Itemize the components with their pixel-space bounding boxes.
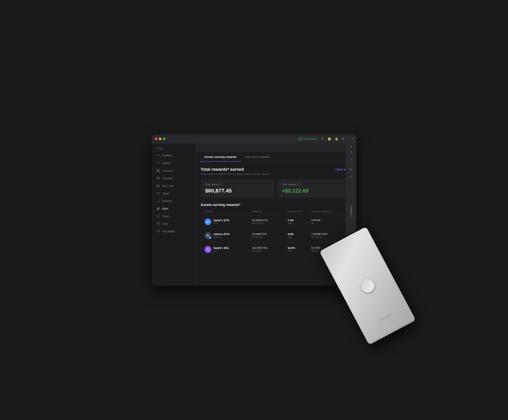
sidebar-label-portfolio: Portfolio	[162, 154, 172, 157]
table-row[interactable]: S ◆ Johns's ETH STETH 5.23456 ETH	[201, 229, 351, 243]
staked-usd: $7,328.39	[252, 236, 288, 239]
market-icon	[156, 161, 160, 165]
table-row[interactable]: ◎ Sarah's SOL SOL 101.6534 SOL $3,049.61	[201, 243, 351, 256]
rewards-pct-col-sarahs-sol: 16.9% APY	[287, 247, 311, 253]
sidebar-label-myledger: My Ledger	[162, 230, 175, 233]
sidebar-item-swap[interactable]: Swap	[152, 212, 195, 220]
sidebar-label-market: Market	[162, 162, 171, 165]
earned-col-sarahs-eth: 0 ATOM $0	[311, 219, 347, 225]
gear-icon[interactable]: ⚙	[342, 137, 345, 141]
menu-label: MENU	[152, 146, 195, 152]
th-rewards-pct: Rewards % i	[287, 210, 311, 213]
total-staked-value: $60,877.45	[205, 188, 270, 194]
rewards-type: APY	[287, 250, 311, 253]
sidebar-item-discover[interactable]: Discover	[152, 174, 195, 182]
th-staked: Staked i	[252, 210, 288, 213]
earned-usd: $248.2	[311, 250, 347, 252]
minimize-button[interactable]	[159, 138, 161, 140]
qr-icon[interactable]: ⊟	[348, 173, 354, 180]
table-header: Account Staked i Rewards % i R	[201, 210, 351, 215]
m-icon[interactable]: M	[348, 242, 354, 248]
content-body: Total rewards* earned Total rewards earn…	[195, 162, 356, 286]
sidebar-label-earn: Earn	[162, 207, 168, 210]
earned-usd: $1,728.40	[311, 236, 347, 239]
asset-info-sarahs-eth: Sarah's ETH ETH	[214, 219, 229, 225]
sidebar-item-card[interactable]: Card	[152, 220, 195, 227]
asset-info-sarahs-sol: Sarah's SOL SOL	[214, 247, 229, 253]
sidebar-item-market[interactable]: Market	[152, 159, 195, 167]
divider	[348, 137, 348, 141]
tab-assets-earning[interactable]: Assets earning rewards	[200, 152, 241, 161]
assets-section: Assets earning rewards* Account Staked i	[201, 203, 351, 256]
svg-point-12	[159, 230, 159, 231]
sidebar-item-earn[interactable]: Earn	[152, 205, 195, 212]
earned-amount: 0 ATOM	[311, 219, 347, 222]
table-row[interactable]: ◆ Sarah's ETH ETH 33.26355 ETH $46,568.9…	[201, 215, 351, 229]
total-rewards-value: +$2,122.69	[282, 188, 346, 194]
svg-point-11	[158, 230, 159, 231]
earned-amount: 8.27453	[311, 247, 347, 249]
rewards-type: APR	[287, 222, 311, 225]
earned-col-johns-eth: 1.234567 ETH $1,728.40	[311, 232, 347, 239]
svg-rect-2	[157, 171, 158, 172]
staked-col-info[interactable]: i	[260, 210, 262, 213]
total-rewards-card: Total rewards i +$2,122.69	[277, 179, 351, 198]
asset-ticker: STETH	[214, 236, 229, 239]
rewards-pct-col-johns-eth: 4.6% APR	[287, 232, 311, 239]
eye-icon[interactable]: 👁	[321, 137, 324, 141]
flag-icon[interactable]: ⚑	[348, 267, 354, 273]
rewards-pct-col-info[interactable]: i	[300, 210, 303, 213]
sidebar-item-portfolio[interactable]: Portfolio	[152, 152, 195, 159]
staked-info-icon[interactable]: i	[220, 183, 222, 186]
asset-name: Sarah's SOL	[214, 247, 229, 249]
tab-earn-more[interactable]: Earn more rewards	[241, 152, 274, 161]
chevron-up-icon[interactable]: ∧	[350, 145, 352, 148]
sidebar-label-discover: Discover	[162, 177, 173, 180]
sidebar-item-send[interactable]: Send	[152, 190, 195, 197]
total-staked-label: Total staked i	[205, 183, 270, 186]
send-icon	[156, 192, 160, 195]
add-icon[interactable]: +	[348, 260, 354, 266]
staked-amount: 33.26355 ETH	[252, 219, 288, 222]
device-icon[interactable]: ▬	[348, 278, 354, 284]
sidebar-label-swap: Swap	[162, 215, 169, 218]
staked-usd: $46,568.96	[252, 222, 288, 225]
content-area: Assets earning rewards Earn more rewards…	[195, 143, 356, 286]
earned-usd: $0	[311, 222, 347, 225]
app-window: Synchronized 👁 🔔 🔒 ⚙ ? MENU Po	[152, 134, 356, 286]
settings2-icon[interactable]: ⚙	[348, 149, 354, 155]
receive-icon	[156, 199, 160, 203]
transfer-icon[interactable]: ⇄	[348, 250, 354, 256]
sidebar-item-receive[interactable]: Receive	[152, 197, 195, 205]
sidebar-item-myledger[interactable]: My Ledger	[152, 227, 195, 235]
rewards-pct-value: 7.4%	[287, 219, 311, 222]
staked-amount: 5.23456 ETH	[252, 232, 288, 235]
help-icon[interactable]: ?	[352, 137, 353, 141]
rewards-earned-col-info[interactable]: i	[329, 210, 331, 213]
close-button[interactable]	[155, 138, 157, 140]
no-icon[interactable]: ⊘	[348, 156, 354, 162]
svg-rect-1	[158, 169, 159, 171]
buysell-icon	[156, 184, 160, 188]
th-rewards-earned: Rewards earned i	[311, 210, 347, 213]
sidebar-label-send: Send	[162, 192, 169, 195]
rewards-info-icon[interactable]: i	[298, 183, 300, 186]
svg-point-4	[157, 177, 160, 180]
stats-row: Total staked i $60,877.45 Total rewards …	[201, 179, 351, 198]
total-staked-card: Total staked i $60,877.45	[201, 179, 274, 198]
bell-icon[interactable]: 🔔	[327, 137, 331, 141]
sidebar-label-accounts: Accounts	[162, 169, 174, 172]
main-layout: MENU Portfolio Market	[152, 143, 356, 286]
chevron-down-icon[interactable]: ∨	[350, 274, 352, 277]
sync-icon	[299, 137, 302, 140]
fullscreen-button[interactable]	[163, 138, 165, 140]
sidebar-item-accounts[interactable]: Accounts	[152, 167, 195, 174]
asset-name: Johns's ETH	[214, 232, 229, 236]
staked-col-johns-eth: 5.23456 ETH $7,328.39	[252, 232, 288, 239]
sidebar-item-buysell[interactable]: Buy / Sell	[152, 182, 195, 190]
lock-icon[interactable]: 🔒	[335, 137, 339, 141]
earned-amount: 1.234567 ETH	[311, 232, 347, 235]
asset-ticker: SOL	[214, 250, 229, 253]
grid2-icon[interactable]: ⊞	[348, 166, 354, 172]
rewards-title: Total rewards* earned	[201, 167, 270, 172]
